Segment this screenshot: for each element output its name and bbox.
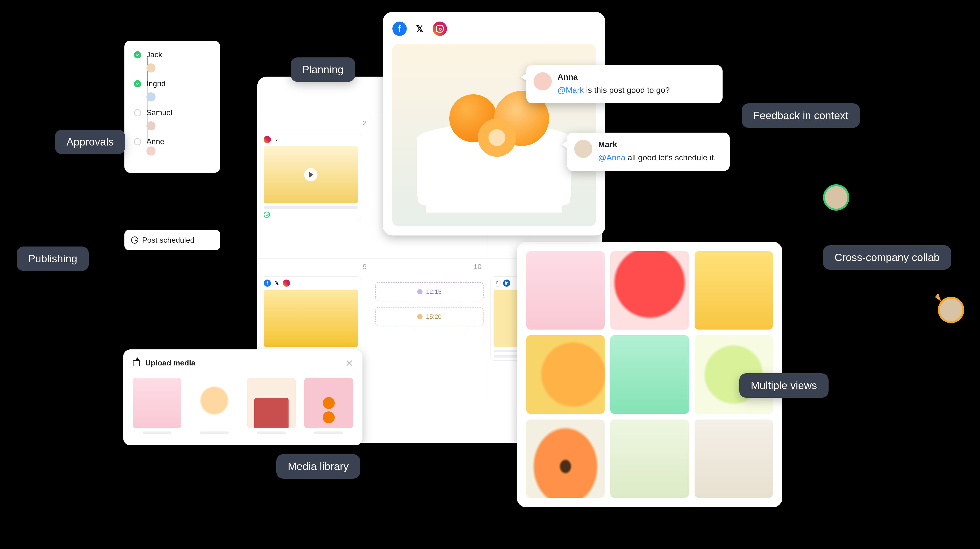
avatar <box>574 140 592 158</box>
media-item[interactable] <box>304 378 353 434</box>
calendar-post[interactable]: f 𝕏 <box>261 277 361 350</box>
composer-card[interactable]: f 𝕏 <box>383 12 605 236</box>
check-icon <box>134 80 141 88</box>
approver-item: Anne <box>134 137 210 162</box>
approver-name: Samuel <box>146 108 172 117</box>
grid-thumb[interactable] <box>610 420 689 498</box>
slot-time: 12:15 <box>426 288 441 296</box>
facebook-icon[interactable]: f <box>392 22 407 36</box>
clock-icon <box>131 236 138 243</box>
approver-item: Ingrid <box>134 79 210 108</box>
mention[interactable]: @Mark <box>557 86 584 94</box>
media-item[interactable] <box>190 378 239 434</box>
grid-thumb[interactable] <box>527 251 605 329</box>
pending-icon <box>134 138 141 145</box>
pending-icon <box>134 109 141 116</box>
slot-dot-icon <box>417 314 423 319</box>
grid-thumb[interactable] <box>527 335 605 414</box>
mention[interactable]: @Anna <box>598 153 625 162</box>
comment-author: Mark <box>598 140 716 149</box>
comment-text: @Anna all good let's schedule it. <box>598 151 716 164</box>
calendar-time-slot[interactable]: 15:20 <box>375 307 483 326</box>
post-scheduled-text: Post scheduled <box>142 236 194 245</box>
grid-thumb[interactable] <box>610 251 689 329</box>
avatar <box>146 146 156 156</box>
multiple-views-label: Multiple views <box>739 373 829 398</box>
grid-thumb[interactable] <box>610 335 689 414</box>
google-icon: G <box>493 280 501 287</box>
collaborator-cursor <box>823 184 850 211</box>
instagram-icon[interactable] <box>433 22 447 36</box>
media-item[interactable] <box>133 378 181 434</box>
linkedin-icon: in <box>503 280 510 287</box>
calendar-date: 10 <box>474 263 481 271</box>
collaborator-cursor <box>938 297 964 323</box>
post-thumb[interactable] <box>264 290 358 347</box>
approvals-card: Jack Ingrid Samuel Anne <box>124 41 220 173</box>
instagram-icon <box>264 136 271 143</box>
avatar <box>533 72 552 91</box>
post-video-thumb[interactable] <box>264 146 358 204</box>
media-library-label: Media library <box>276 454 360 479</box>
calendar-cell[interactable]: 10 12:15 15:20 <box>372 259 487 402</box>
feedback-label: Feedback in context <box>742 103 860 128</box>
comment-bubble[interactable]: Mark @Anna all good let's schedule it. <box>567 132 730 171</box>
media-library-card: Upload media <box>123 349 363 446</box>
approved-icon <box>264 212 270 218</box>
publishing-label: Publishing <box>17 247 89 271</box>
calendar-cell[interactable]: 2 ♪ <box>257 115 372 258</box>
calendar-time-slot[interactable]: 12:15 <box>375 282 483 301</box>
post-scheduled-chip: Post scheduled <box>124 230 220 250</box>
slot-time: 15:20 <box>426 313 441 320</box>
calendar-post[interactable]: ♪ <box>261 133 361 221</box>
close-icon[interactable] <box>346 360 353 366</box>
cross-company-label: Cross-company collab <box>823 245 951 270</box>
approver-name: Jack <box>146 50 162 59</box>
slot-dot-icon <box>417 289 423 294</box>
grid-thumb[interactable] <box>527 420 605 498</box>
avatar <box>146 121 156 130</box>
calendar-date: 9 <box>363 263 367 271</box>
composer-networks: f 𝕏 <box>392 22 596 36</box>
planning-label: Planning <box>291 57 355 82</box>
approvals-label: Approvals <box>55 130 125 154</box>
x-twitter-icon[interactable]: 𝕏 <box>412 22 427 36</box>
instagram-icon <box>283 280 290 287</box>
approver-name: Ingrid <box>146 79 165 88</box>
approver-item: Jack <box>134 50 210 79</box>
media-library-title: Upload media <box>145 358 196 368</box>
grid-thumb[interactable] <box>695 420 773 498</box>
upload-icon <box>133 360 140 366</box>
comment-author: Anna <box>557 72 670 81</box>
calendar-date: 2 <box>363 119 367 127</box>
approver-item: Samuel <box>134 108 210 137</box>
comment-bubble[interactable]: Anna @Mark is this post good to go? <box>527 65 722 103</box>
avatar <box>146 92 156 102</box>
media-item[interactable] <box>247 378 296 434</box>
grid-thumb[interactable] <box>695 251 773 329</box>
check-icon <box>134 51 141 58</box>
facebook-icon: f <box>264 280 271 287</box>
x-twitter-icon: 𝕏 <box>273 280 280 287</box>
comment-text: @Mark is this post good to go? <box>557 84 670 96</box>
tiktok-icon: ♪ <box>273 136 280 143</box>
avatar <box>146 64 156 73</box>
approver-name: Anne <box>146 137 164 146</box>
